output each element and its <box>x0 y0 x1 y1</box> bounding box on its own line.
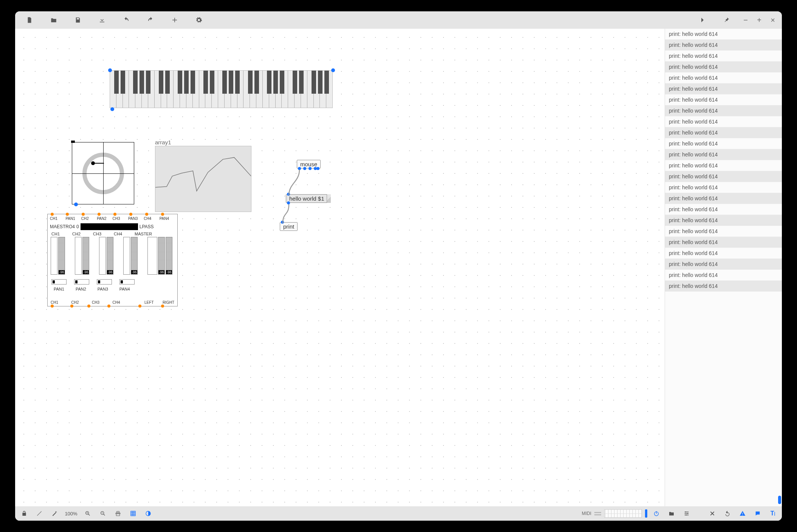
white-key[interactable] <box>320 71 326 108</box>
zoom-out-button[interactable] <box>97 507 109 520</box>
white-key[interactable] <box>116 71 123 108</box>
wand-button[interactable] <box>48 507 60 520</box>
bottom-toolbar: 100% MIDI T| <box>15 506 782 521</box>
scroll-thumb[interactable] <box>778 496 781 504</box>
white-key[interactable] <box>142 71 148 108</box>
inlet[interactable] <box>71 141 75 143</box>
console-panel[interactable]: print: hello world 614print: hello world… <box>665 29 782 506</box>
svg-point-4 <box>685 512 686 513</box>
add-button[interactable] <box>163 12 186 28</box>
console-row: print: hello world 614 <box>665 204 782 215</box>
print-object[interactable]: print <box>280 222 298 231</box>
warning-button[interactable] <box>737 507 749 520</box>
new-file-button[interactable] <box>18 12 41 28</box>
settings-button[interactable] <box>188 12 210 28</box>
white-key[interactable] <box>155 71 161 108</box>
folder-bottom-button[interactable] <box>665 507 678 520</box>
white-key[interactable] <box>276 71 282 108</box>
white-key[interactable] <box>167 71 174 108</box>
white-key[interactable] <box>326 71 332 108</box>
white-key[interactable] <box>174 71 180 108</box>
white-key[interactable] <box>263 71 269 108</box>
white-key[interactable] <box>199 71 206 108</box>
console-row: print: hello world 614 <box>665 193 782 204</box>
white-key[interactable] <box>295 71 301 108</box>
white-key[interactable] <box>256 71 263 108</box>
line-tool-button[interactable] <box>33 507 45 520</box>
forward-button[interactable] <box>691 12 714 28</box>
window-close-button[interactable]: × <box>767 12 779 28</box>
save-button[interactable] <box>67 12 89 28</box>
keyboard-object[interactable] <box>110 70 333 108</box>
white-key[interactable] <box>288 71 295 108</box>
lock-button[interactable] <box>18 507 30 520</box>
array-label: array1 <box>155 139 171 145</box>
white-key[interactable] <box>161 71 167 108</box>
white-key[interactable] <box>282 71 288 108</box>
grid-button[interactable] <box>127 507 139 520</box>
white-key[interactable] <box>269 71 276 108</box>
zoom-in-button[interactable] <box>82 507 94 520</box>
white-key[interactable] <box>193 71 199 108</box>
text-tool-button[interactable]: T| <box>767 507 779 520</box>
array-object[interactable] <box>155 146 251 212</box>
white-key[interactable] <box>186 71 193 108</box>
white-key[interactable] <box>123 71 129 108</box>
window-minimize-button[interactable]: − <box>740 12 752 28</box>
console-row: print: hello world 614 <box>665 226 782 237</box>
white-key[interactable] <box>250 71 256 108</box>
white-key[interactable] <box>212 71 218 108</box>
selection-handle[interactable] <box>331 68 335 72</box>
mixer-pan-labels: PAN1 PAN2 PAN3 PAN4 <box>54 287 130 291</box>
white-key[interactable] <box>180 71 186 108</box>
white-key[interactable] <box>307 71 314 108</box>
white-key[interactable] <box>314 71 320 108</box>
mixer-faders[interactable]: -96-96-96-96-96-96 <box>51 237 172 275</box>
gift-button[interactable] <box>112 507 124 520</box>
selection-handle[interactable] <box>108 68 112 72</box>
white-key[interactable] <box>301 71 307 108</box>
redo-button[interactable] <box>139 12 162 28</box>
console-row: print: hello world 614 <box>665 270 782 281</box>
clear-console-button[interactable] <box>706 507 718 520</box>
console-row: print: hello world 614 <box>665 138 782 149</box>
white-key[interactable] <box>225 71 231 108</box>
selection-handle[interactable] <box>110 107 114 111</box>
white-key[interactable] <box>148 71 155 108</box>
white-key[interactable] <box>237 71 244 108</box>
mixer-display[interactable] <box>81 223 138 230</box>
mixer-title-row: MAESTRO4 0 LPASS <box>50 223 175 230</box>
console-row: print: hello world 614 <box>665 149 782 160</box>
message-object[interactable]: hello world $1 <box>286 194 331 203</box>
mixer-object[interactable]: CH1PAN1 CH2PAN2 CH3PAN3 CH4PAN4 MAESTRO4… <box>47 214 178 306</box>
white-key[interactable] <box>231 71 237 108</box>
white-key[interactable] <box>243 71 250 108</box>
mixer-ch-labels: CH1 CH2 CH3 CH4 MASTER <box>51 232 152 236</box>
mouse-object[interactable]: mouse <box>297 160 321 169</box>
midi-label: MIDI <box>582 511 591 516</box>
white-key[interactable] <box>129 71 135 108</box>
white-key[interactable] <box>205 71 212 108</box>
undo-button[interactable] <box>115 12 138 28</box>
console-row: print: hello world 614 <box>665 84 782 94</box>
white-key[interactable] <box>110 71 116 108</box>
sliders-button[interactable] <box>681 507 693 520</box>
reload-button[interactable] <box>721 507 733 520</box>
level-meter <box>604 509 642 518</box>
scope-object[interactable] <box>72 142 134 204</box>
white-key[interactable] <box>135 71 142 108</box>
messages-button[interactable] <box>752 507 764 520</box>
console-row: print: hello world 614 <box>665 94 782 105</box>
outlet[interactable] <box>74 203 78 206</box>
mixer-pan-boxes[interactable] <box>51 279 135 285</box>
open-folder-button[interactable] <box>42 12 65 28</box>
contrast-button[interactable] <box>142 507 154 520</box>
power-button[interactable] <box>650 507 662 520</box>
patch-canvas[interactable]: array1 mouse hello world $1 <box>15 29 665 506</box>
mixer-bottom-labels: CH1 CH2 CH3 CH4 LEFT RIGHT <box>51 300 174 305</box>
pin-button[interactable] <box>715 12 738 28</box>
white-key[interactable] <box>218 71 225 108</box>
object-text: print <box>283 223 294 230</box>
window-maximize-button[interactable]: + <box>753 12 765 28</box>
download-button[interactable] <box>91 12 113 28</box>
